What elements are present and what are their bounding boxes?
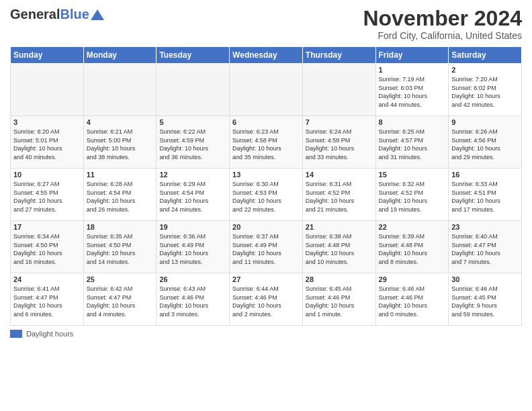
calendar-cell: 14Sunrise: 6:31 AM Sunset: 4:52 PM Dayli…: [302, 169, 375, 221]
calendar-header-friday: Friday: [375, 47, 449, 64]
calendar-cell: [230, 64, 303, 116]
week-row-0: 1Sunrise: 7:19 AM Sunset: 6:03 PM Daylig…: [11, 64, 522, 116]
calendar-cell: 24Sunrise: 6:41 AM Sunset: 4:47 PM Dayli…: [11, 273, 84, 326]
day-number: 22: [379, 223, 446, 231]
day-info: Sunrise: 6:29 AM Sunset: 4:54 PM Dayligh…: [159, 180, 226, 214]
calendar: SundayMondayTuesdayWednesdayThursdayFrid…: [10, 46, 522, 326]
calendar-cell: 29Sunrise: 6:46 AM Sunset: 4:46 PM Dayli…: [375, 273, 449, 326]
legend-label: Daylight hours: [26, 330, 73, 338]
day-number: 27: [232, 275, 300, 283]
day-info: Sunrise: 6:38 AM Sunset: 4:48 PM Dayligh…: [306, 232, 373, 266]
week-row-2: 10Sunrise: 6:27 AM Sunset: 4:55 PM Dayli…: [11, 169, 522, 221]
day-info: Sunrise: 6:36 AM Sunset: 4:49 PM Dayligh…: [159, 232, 226, 266]
calendar-cell: 20Sunrise: 6:37 AM Sunset: 4:49 PM Dayli…: [230, 221, 303, 273]
month-title: November 2024: [363, 7, 522, 30]
day-number: 11: [87, 171, 154, 179]
logo-blue: Blue: [60, 7, 89, 21]
day-info: Sunrise: 6:31 AM Sunset: 4:52 PM Dayligh…: [306, 180, 373, 214]
day-number: 17: [13, 223, 81, 231]
day-number: 28: [306, 275, 373, 283]
calendar-header-monday: Monday: [83, 47, 157, 64]
calendar-cell: [11, 64, 84, 116]
day-number: 26: [159, 275, 226, 283]
day-info: Sunrise: 6:22 AM Sunset: 4:59 PM Dayligh…: [159, 128, 226, 161]
day-number: 7: [306, 118, 373, 126]
day-info: Sunrise: 6:43 AM Sunset: 4:46 PM Dayligh…: [159, 285, 226, 318]
day-number: 5: [159, 118, 226, 126]
calendar-cell: 2Sunrise: 7:20 AM Sunset: 6:02 PM Daylig…: [449, 64, 522, 116]
calendar-cell: 28Sunrise: 6:45 AM Sunset: 4:46 PM Dayli…: [302, 273, 375, 326]
day-info: Sunrise: 6:45 AM Sunset: 4:46 PM Dayligh…: [306, 285, 373, 318]
calendar-cell: 18Sunrise: 6:35 AM Sunset: 4:50 PM Dayli…: [83, 221, 157, 273]
title-block: November 2024 Ford City, California, Uni…: [363, 7, 522, 41]
calendar-cell: 22Sunrise: 6:39 AM Sunset: 4:48 PM Dayli…: [375, 221, 449, 273]
calendar-cell: 4Sunrise: 6:21 AM Sunset: 5:00 PM Daylig…: [83, 116, 157, 169]
day-number: 29: [379, 275, 446, 283]
calendar-cell: 27Sunrise: 6:44 AM Sunset: 4:46 PM Dayli…: [230, 273, 303, 326]
day-number: 4: [87, 118, 154, 126]
day-info: Sunrise: 6:39 AM Sunset: 4:48 PM Dayligh…: [379, 232, 446, 266]
day-number: 13: [232, 171, 300, 179]
day-info: Sunrise: 6:46 AM Sunset: 4:46 PM Dayligh…: [379, 285, 446, 318]
day-info: Sunrise: 6:25 AM Sunset: 4:57 PM Dayligh…: [379, 128, 446, 161]
day-number: 2: [451, 66, 519, 74]
day-info: Sunrise: 6:28 AM Sunset: 4:54 PM Dayligh…: [87, 180, 154, 214]
svg-marker-0: [91, 9, 104, 20]
day-info: Sunrise: 6:21 AM Sunset: 5:00 PM Dayligh…: [87, 128, 154, 161]
logo-general: General: [10, 7, 60, 21]
calendar-cell: 8Sunrise: 6:25 AM Sunset: 4:57 PM Daylig…: [375, 116, 449, 169]
calendar-header-saturday: Saturday: [449, 47, 522, 64]
day-info: Sunrise: 6:34 AM Sunset: 4:50 PM Dayligh…: [13, 232, 81, 266]
day-number: 6: [232, 118, 300, 126]
day-number: 23: [451, 223, 519, 231]
day-info: Sunrise: 6:24 AM Sunset: 4:58 PM Dayligh…: [306, 128, 373, 161]
calendar-cell: 5Sunrise: 6:22 AM Sunset: 4:59 PM Daylig…: [157, 116, 230, 169]
calendar-cell: [157, 64, 230, 116]
calendar-header-thursday: Thursday: [302, 47, 375, 64]
calendar-cell: 30Sunrise: 6:46 AM Sunset: 4:45 PM Dayli…: [449, 273, 522, 326]
day-info: Sunrise: 6:32 AM Sunset: 4:52 PM Dayligh…: [379, 180, 446, 214]
day-info: Sunrise: 6:23 AM Sunset: 4:58 PM Dayligh…: [232, 128, 300, 161]
day-number: 21: [306, 223, 373, 231]
calendar-header-sunday: Sunday: [11, 47, 84, 64]
day-number: 10: [13, 171, 81, 179]
logo-icon: [91, 9, 104, 20]
day-number: 30: [451, 275, 519, 283]
day-number: 18: [87, 223, 154, 231]
day-number: 24: [13, 275, 81, 283]
calendar-header-wednesday: Wednesday: [230, 47, 303, 64]
calendar-cell: 12Sunrise: 6:29 AM Sunset: 4:54 PM Dayli…: [157, 169, 230, 221]
legend: Daylight hours: [10, 330, 522, 338]
calendar-cell: [83, 64, 157, 116]
calendar-cell: 11Sunrise: 6:28 AM Sunset: 4:54 PM Dayli…: [83, 169, 157, 221]
day-info: Sunrise: 6:40 AM Sunset: 4:47 PM Dayligh…: [451, 232, 519, 266]
calendar-cell: 7Sunrise: 6:24 AM Sunset: 4:58 PM Daylig…: [302, 116, 375, 169]
calendar-cell: 25Sunrise: 6:42 AM Sunset: 4:47 PM Dayli…: [83, 273, 157, 326]
day-number: 16: [451, 171, 519, 179]
day-info: Sunrise: 6:37 AM Sunset: 4:49 PM Dayligh…: [232, 232, 300, 266]
day-number: 19: [159, 223, 226, 231]
calendar-cell: [302, 64, 375, 116]
day-info: Sunrise: 6:41 AM Sunset: 4:47 PM Dayligh…: [13, 285, 81, 318]
calendar-cell: 15Sunrise: 6:32 AM Sunset: 4:52 PM Dayli…: [375, 169, 449, 221]
day-number: 20: [232, 223, 300, 231]
header: GeneralBlue November 2024 Ford City, Cal…: [10, 7, 522, 41]
location: Ford City, California, United States: [363, 30, 522, 41]
calendar-cell: 16Sunrise: 6:33 AM Sunset: 4:51 PM Dayli…: [449, 169, 522, 221]
calendar-cell: 9Sunrise: 6:26 AM Sunset: 4:56 PM Daylig…: [449, 116, 522, 169]
day-number: 14: [306, 171, 373, 179]
day-number: 8: [379, 118, 446, 126]
day-info: Sunrise: 6:46 AM Sunset: 4:45 PM Dayligh…: [451, 285, 519, 318]
calendar-cell: 23Sunrise: 6:40 AM Sunset: 4:47 PM Dayli…: [449, 221, 522, 273]
calendar-cell: 13Sunrise: 6:30 AM Sunset: 4:53 PM Dayli…: [230, 169, 303, 221]
week-row-4: 24Sunrise: 6:41 AM Sunset: 4:47 PM Dayli…: [11, 273, 522, 326]
day-info: Sunrise: 6:20 AM Sunset: 5:01 PM Dayligh…: [13, 128, 81, 161]
calendar-header-row: SundayMondayTuesdayWednesdayThursdayFrid…: [11, 47, 522, 64]
day-info: Sunrise: 6:42 AM Sunset: 4:47 PM Dayligh…: [87, 285, 154, 318]
logo: GeneralBlue: [10, 7, 104, 22]
day-number: 15: [379, 171, 446, 179]
calendar-cell: 21Sunrise: 6:38 AM Sunset: 4:48 PM Dayli…: [302, 221, 375, 273]
day-info: Sunrise: 6:26 AM Sunset: 4:56 PM Dayligh…: [451, 128, 519, 161]
calendar-cell: 3Sunrise: 6:20 AM Sunset: 5:01 PM Daylig…: [11, 116, 84, 169]
page: GeneralBlue November 2024 Ford City, Cal…: [0, 0, 532, 411]
